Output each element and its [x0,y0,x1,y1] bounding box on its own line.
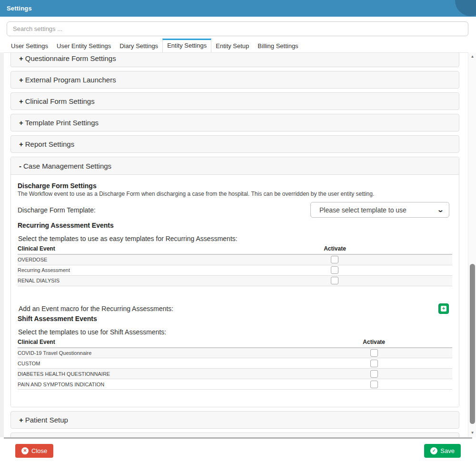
table-row: COVID-19 Travel Questionnaire [18,348,452,358]
expand-icon: + [19,76,23,84]
activate-checkbox[interactable] [370,360,378,367]
discharge-form-template-label: Discharge Form Template: [18,206,96,214]
tab-entity-setup[interactable]: Entity Setup [211,39,253,52]
shift-assessment-events-heading: Shift Assessment Events [18,315,452,322]
activate-checkbox[interactable] [331,266,338,274]
scrollbar-thumb[interactable] [470,264,475,424]
expand-icon: + [19,416,23,424]
table-row: Recurring Assessment [18,265,452,275]
save-button[interactable]: ✓ Save [424,444,461,458]
tab-entity-settings[interactable]: Entity Settings [162,39,211,52]
footer-divider [4,437,472,439]
vertical-scrollbar[interactable]: ▲ ▼ [468,52,476,437]
scroll-up-arrow[interactable]: ▲ [468,53,476,60]
table-row: PAIN AND SYMPTOMS INDICATION [18,379,452,390]
column-header-clinical-event: Clinical Event [18,244,218,254]
activate-checkbox[interactable] [370,381,378,388]
activate-checkbox[interactable] [370,349,378,357]
close-icon: ✕ [21,447,29,454]
table-row: CUSTOM [18,358,452,369]
expand-icon: + [19,140,23,148]
clinical-event-cell: PAIN AND SYMPTOMS INDICATION [18,379,296,390]
accordion-case-management-settings[interactable]: - Case Management Settings [11,157,459,175]
accordion-group-case-management: - Case Management Settings Discharge For… [10,157,459,407]
close-button-label: Close [31,447,47,454]
shift-instruction: Select the templates to use for Shift As… [18,328,452,336]
tab-user-settings[interactable]: User Settings [7,39,52,52]
tab-billing-settings[interactable]: Billing Settings [253,39,302,52]
recurring-events-table: Clinical Event Activate OVERDOSE Recurri… [18,244,452,286]
add-event-macro-label: Add an Event macro for the Recurring Ass… [19,305,173,312]
chevron-down-icon: ⌄ [437,206,444,213]
check-icon: ✓ [430,447,437,454]
search-input[interactable] [7,21,468,36]
accordion-patient-setup[interactable]: + Patient Setup [10,411,459,429]
table-row: OVERDOSE [18,254,452,265]
search-row [7,21,468,36]
discharge-template-select[interactable]: Please select template to use ⌄ [310,202,449,218]
tab-diary-settings[interactable]: Diary Settings [115,39,162,52]
clinical-event-cell: DIABETES HEALTH QUESTIONNAIRE [18,369,296,379]
column-header-activate: Activate [296,338,452,348]
column-header-activate: Activate [218,244,452,254]
dialog-titlebar: Settings [0,0,476,17]
scroll-down-arrow[interactable]: ▼ [468,430,476,436]
accordion-questionnaire-form-settings[interactable]: + Questionnaire Form Settings [10,52,459,67]
save-button-label: Save [440,447,455,454]
settings-scroll-area: + Questionnaire Form Settings + External… [4,52,468,437]
clinical-event-cell: COVID-19 Travel Questionnaire [18,348,296,358]
accordion-report-settings[interactable]: + Report Settings [10,135,459,153]
clinical-event-cell: OVERDOSE [18,254,218,265]
expand-icon: + [19,54,23,62]
accordion-clinical-form-settings[interactable]: + Clinical Form Settings [10,92,459,110]
accordion-external-program-launchers[interactable]: + External Program Launchers [10,71,459,89]
close-button[interactable]: ✕ Close [15,444,53,458]
dialog-title: Settings [7,5,32,12]
settings-tabs: User Settings User Entity Settings Diary… [7,40,466,52]
expand-icon: + [19,97,23,105]
accordion-template-print-settings[interactable]: + Template Print Settings [10,114,459,131]
case-management-panel: Discharge Form Settings The Workflow eve… [11,175,459,407]
recurring-instruction: Select the templates to use as easy temp… [18,235,452,242]
activate-checkbox[interactable] [331,256,338,263]
dialog-footer: ✕ Close ✓ Save [0,437,476,463]
select-value: Please select template to use [319,206,438,214]
clinical-event-cell: Recurring Assessment [18,265,218,275]
discharge-form-description: The Workflow event to use as a Discharge… [18,191,452,197]
tab-user-entity-settings[interactable]: User Entity Settings [52,39,115,52]
plus-icon: + [441,306,446,312]
clinical-event-cell: CUSTOM [18,358,296,369]
add-event-macro-button[interactable]: + [438,303,449,314]
collapse-icon: - [19,162,21,170]
shift-events-table: Clinical Event Activate COVID-19 Travel … [18,338,452,390]
discharge-form-settings-heading: Discharge Form Settings [18,182,452,190]
accordion-stock-setup[interactable]: + Stock Setup [10,433,459,437]
activate-checkbox[interactable] [331,277,338,284]
corner-decoration [455,0,476,16]
page-background-strip [0,52,4,437]
expand-icon: + [19,119,23,127]
activate-checkbox[interactable] [370,370,378,378]
column-header-clinical-event: Clinical Event [18,338,296,348]
table-row: DIABETES HEALTH QUESTIONNAIRE [18,369,452,379]
recurring-assessment-events-heading: Recurring Assessment Events [18,221,452,229]
clinical-event-cell: RENAL DIALYSIS [18,275,218,286]
table-row: RENAL DIALYSIS [18,275,452,286]
